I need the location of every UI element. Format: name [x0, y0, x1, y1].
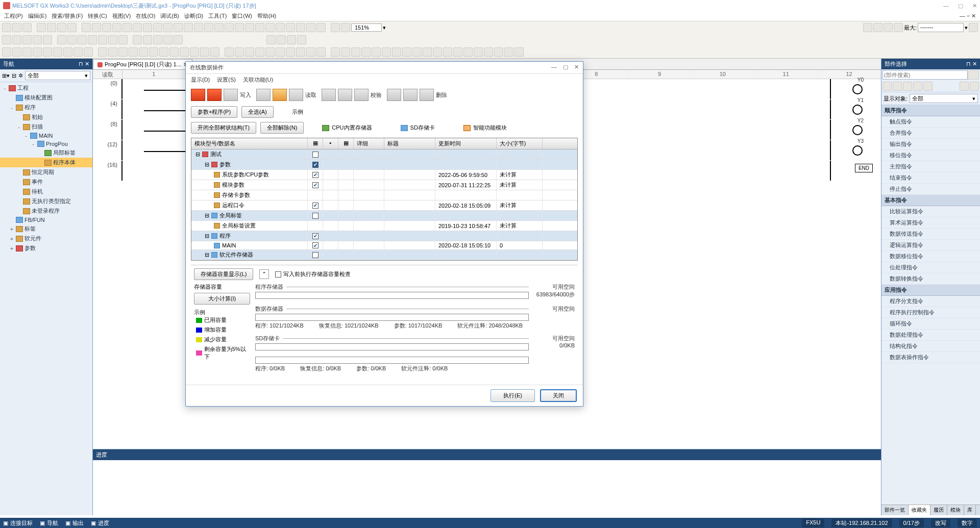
- toolbar-button[interactable]: [423, 47, 432, 57]
- toolbar-button[interactable]: [159, 47, 168, 57]
- menu-item[interactable]: 调试(B): [160, 12, 179, 20]
- tree-item[interactable]: -MAIN: [0, 132, 92, 140]
- toolbar-button[interactable]: [504, 47, 513, 57]
- toolbar-button[interactable]: [33, 35, 42, 44]
- table-row[interactable]: ⊟软元件存储器: [191, 250, 577, 260]
- category-item[interactable]: 数据移位指令: [881, 251, 980, 262]
- toolbar-button[interactable]: [190, 47, 199, 57]
- mode-verify-icon2[interactable]: [338, 89, 352, 101]
- toolbar-button[interactable]: [143, 23, 152, 32]
- cell-cpu-check[interactable]: [308, 160, 323, 169]
- expand-icon[interactable]: ⊞▾: [2, 72, 10, 79]
- coil-icon[interactable]: [852, 84, 863, 94]
- tree-item[interactable]: +参数: [0, 243, 92, 253]
- toolbar-button[interactable]: [84, 47, 93, 57]
- deselect-all-button[interactable]: 全部解除(N): [260, 122, 304, 134]
- toolbar-button[interactable]: [33, 47, 42, 57]
- minimize-icon[interactable]: —: [943, 3, 949, 9]
- toolbar-button[interactable]: [463, 47, 473, 57]
- row-expander-icon[interactable]: ⊟: [195, 151, 200, 158]
- category-item[interactable]: 数据传送指令: [881, 229, 980, 240]
- mode-read-icon2[interactable]: [273, 89, 287, 101]
- row-expander-icon[interactable]: ⊟: [205, 161, 209, 168]
- toolbar-button[interactable]: [923, 82, 933, 91]
- toolbar-button[interactable]: [960, 82, 969, 91]
- dlg-close-icon[interactable]: ✕: [574, 64, 579, 71]
- category-item[interactable]: 数据转换指令: [881, 273, 980, 285]
- toolbar-button[interactable]: [194, 23, 203, 32]
- toolbar-button[interactable]: [235, 23, 244, 32]
- tree-expander-icon[interactable]: -: [16, 124, 21, 130]
- toolbar-button[interactable]: [133, 23, 142, 32]
- category-item[interactable]: 循环指令: [881, 318, 980, 330]
- toolbar-button[interactable]: [98, 47, 107, 57]
- toolbar-button[interactable]: [484, 47, 493, 57]
- toolbar-button[interactable]: [2, 23, 11, 32]
- coil-icon[interactable]: [852, 125, 863, 135]
- toolbar-button[interactable]: [204, 23, 213, 32]
- menu-item[interactable]: 编辑(E): [28, 12, 47, 20]
- toolbar-button[interactable]: [12, 23, 21, 32]
- toolbar-button[interactable]: [225, 23, 234, 32]
- toolbar-button[interactable]: [453, 47, 462, 57]
- mode-read-icon3[interactable]: [289, 89, 303, 101]
- checkbox[interactable]: [312, 182, 318, 188]
- toolbar-button[interactable]: [969, 23, 978, 32]
- toolbar-button[interactable]: [22, 47, 32, 57]
- category-item[interactable]: 程序执行控制指令: [881, 307, 980, 318]
- row-expander-icon[interactable]: ⊟: [205, 233, 209, 239]
- toolbar-button[interactable]: [903, 82, 912, 91]
- category-item[interactable]: 数据处理指令: [881, 330, 980, 341]
- toolbar-button[interactable]: [306, 23, 315, 32]
- checkbox[interactable]: [312, 252, 318, 258]
- checkbox[interactable]: [312, 242, 318, 248]
- cell-cpu-check[interactable]: [308, 180, 323, 190]
- menu-item[interactable]: 搜索/替换(F): [52, 12, 83, 20]
- storage-display-button[interactable]: 存储器容量显示(L): [194, 268, 253, 280]
- toolbar-button[interactable]: [402, 47, 411, 57]
- mode-delete-icon[interactable]: [387, 89, 401, 101]
- toolbar-button[interactable]: [67, 35, 77, 44]
- category-item[interactable]: 位处理指令: [881, 262, 980, 273]
- toolbar-button[interactable]: [412, 47, 422, 57]
- toolbar-button[interactable]: [884, 23, 893, 32]
- checkbox[interactable]: [312, 162, 318, 168]
- toolbar-button[interactable]: [118, 47, 128, 57]
- tree-item[interactable]: +软元件: [0, 234, 92, 243]
- mode-verify-icon[interactable]: [322, 89, 336, 101]
- table-row[interactable]: 存储卡参数: [191, 190, 577, 200]
- toolbar-button[interactable]: [12, 47, 21, 57]
- category-item[interactable]: 比较运算指令: [881, 206, 980, 217]
- category-item[interactable]: 输出指令: [881, 139, 980, 150]
- toolbar-button[interactable]: [265, 23, 275, 32]
- checkbox[interactable]: [312, 172, 318, 178]
- parts-tab[interactable]: 部件一览: [881, 505, 909, 515]
- toolbar-button[interactable]: [265, 47, 275, 57]
- checkbox[interactable]: [312, 203, 318, 209]
- toolbar-button[interactable]: [74, 47, 83, 57]
- category-item[interactable]: 触点指令: [881, 116, 980, 128]
- close-button[interactable]: 关闭: [540, 389, 577, 402]
- gear-icon[interactable]: ✲: [18, 72, 23, 79]
- category-item[interactable]: 移位指令: [881, 150, 980, 161]
- select-all-button[interactable]: 全选(A): [241, 106, 274, 118]
- toolbar-button[interactable]: [494, 47, 503, 57]
- mode-verify-icon3[interactable]: [354, 89, 369, 101]
- collapse-icon[interactable]: ⊟: [12, 72, 16, 79]
- sb-connection[interactable]: ▣ 连接目标: [3, 519, 33, 527]
- toolbar-button[interactable]: [863, 23, 872, 32]
- toolbar-button[interactable]: [12, 35, 21, 44]
- category-header[interactable]: 基本指令: [881, 195, 980, 206]
- menu-item[interactable]: 视图(V): [112, 12, 131, 20]
- menu-item[interactable]: 工具(T): [208, 12, 227, 20]
- toolbar-button[interactable]: [913, 82, 922, 91]
- toolbar-button[interactable]: [266, 35, 276, 44]
- toolbar-button[interactable]: [474, 47, 483, 57]
- toolbar-button[interactable]: [210, 47, 219, 57]
- menu-item[interactable]: 工程(P): [4, 12, 23, 20]
- open-tree-button[interactable]: 开闭全部树状结构(T): [191, 122, 256, 134]
- toolbar-button[interactable]: [153, 35, 162, 44]
- parts-filter-select[interactable]: 全部▾: [910, 94, 978, 103]
- toolbar-button[interactable]: [112, 23, 121, 32]
- table-row[interactable]: ⊟参数: [191, 160, 577, 170]
